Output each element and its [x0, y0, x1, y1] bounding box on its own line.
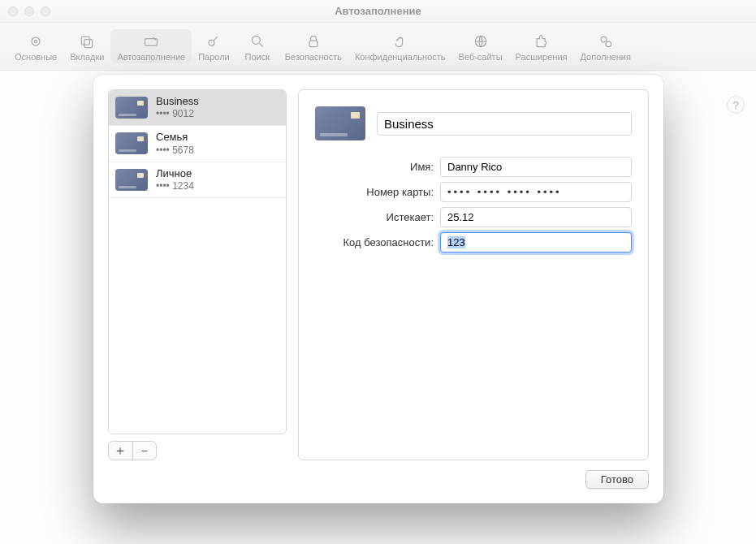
cardholder-name-input[interactable]	[440, 157, 632, 177]
svg-rect-7	[309, 41, 318, 46]
svg-rect-3	[84, 40, 93, 48]
card-last4: •••• 1234	[156, 180, 194, 192]
credit-card-icon	[315, 106, 365, 140]
key-icon	[205, 32, 222, 50]
remove-card-button[interactable]: －	[132, 442, 157, 460]
tab-extensions[interactable]: Расширения	[509, 29, 574, 63]
tab-passwords[interactable]: Пароли	[192, 29, 236, 63]
svg-point-0	[32, 37, 40, 45]
number-label: Номер карты:	[315, 186, 440, 198]
hand-icon	[391, 32, 409, 50]
card-name: Business	[156, 95, 199, 108]
globe-icon	[472, 32, 490, 50]
card-row[interactable]: Личное •••• 1234	[109, 162, 286, 198]
card-row[interactable]: Business •••• 9012	[109, 90, 286, 126]
tab-tabs[interactable]: Вкладки	[63, 29, 110, 63]
tab-websites[interactable]: Веб-сайты	[452, 29, 509, 63]
tab-security[interactable]: Безопасность	[279, 29, 348, 63]
card-name: Личное	[156, 167, 194, 180]
svg-point-1	[34, 40, 37, 42]
list-buttons: ＋ －	[108, 441, 157, 460]
card-last4: •••• 9012	[156, 108, 199, 120]
tabs-icon	[78, 32, 96, 50]
credit-card-icon	[115, 132, 148, 154]
window-title: Автозаполнение	[0, 5, 756, 17]
help-button[interactable]: ?	[727, 96, 745, 114]
puzzle-icon	[533, 32, 551, 50]
name-label: Имя:	[315, 161, 440, 173]
expires-label: Истекает:	[315, 211, 440, 223]
card-row[interactable]: Семья •••• 5678	[109, 126, 286, 162]
tab-privacy[interactable]: Конфиденциальность	[348, 29, 452, 63]
titlebar: Автозаполнение	[0, 0, 756, 23]
expires-input[interactable]	[440, 207, 632, 227]
security-code-label: Код безопасности:	[315, 236, 440, 248]
search-icon	[248, 32, 266, 50]
card-list: Business •••• 9012 Семья •••• 5678	[108, 89, 287, 434]
credit-card-icon	[115, 169, 148, 191]
svg-point-5	[210, 40, 215, 45]
gears-icon	[597, 32, 615, 50]
done-button[interactable]: Готово	[585, 470, 649, 489]
tab-autofill[interactable]: Автозаполнение	[110, 29, 192, 63]
card-description-input[interactable]	[377, 112, 632, 136]
svg-point-6	[252, 36, 260, 44]
preferences-window: Автозаполнение Основные Вкладки Автозапо…	[0, 0, 756, 544]
card-name: Семья	[156, 131, 194, 144]
add-card-button[interactable]: ＋	[109, 442, 132, 460]
gear-icon	[27, 32, 45, 50]
credit-cards-sheet: Business •••• 9012 Семья •••• 5678	[93, 75, 663, 503]
card-last4: •••• 5678	[156, 145, 194, 157]
lock-icon	[305, 32, 322, 50]
credit-card-icon	[115, 97, 148, 119]
svg-point-10	[606, 41, 611, 47]
security-code-input[interactable]	[440, 232, 632, 253]
autofill-icon	[142, 32, 160, 50]
card-number-input[interactable]	[440, 182, 632, 202]
svg-point-9	[601, 37, 607, 42]
tab-advanced[interactable]: Дополнения	[574, 29, 637, 63]
tab-general[interactable]: Основные	[8, 29, 63, 63]
tab-search[interactable]: Поиск	[236, 29, 279, 63]
preferences-toolbar: Основные Вкладки Автозаполнение Пароли П…	[0, 23, 756, 71]
card-detail-pane: Имя: Номер карты: Истекает: Код безопасн…	[298, 89, 649, 460]
svg-rect-2	[82, 37, 90, 45]
